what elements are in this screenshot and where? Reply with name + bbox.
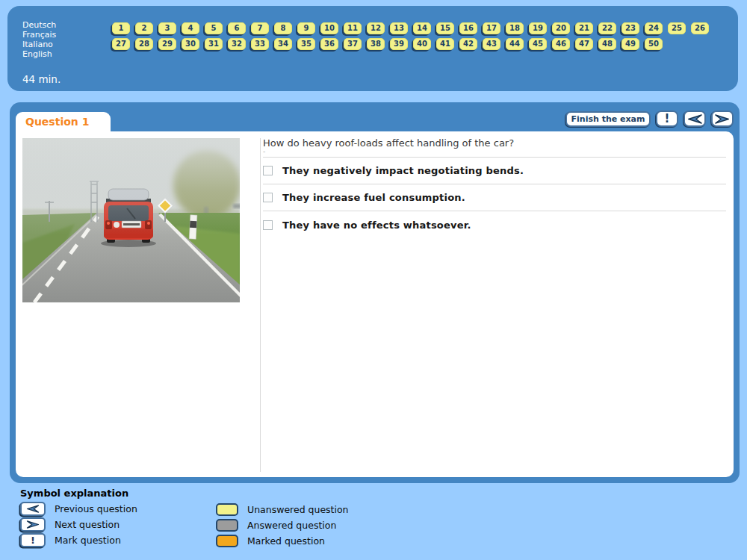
question-content: How do heavy roof-loads affect handling … [16,131,734,477]
question-tab: Question 1 [16,112,111,131]
question-number-38[interactable]: 38 [367,38,385,50]
next-arrow-icon [20,517,46,532]
answer-checkbox[interactable] [263,193,273,202]
column-divider [260,138,261,472]
question-number-5[interactable]: 5 [205,22,223,34]
legend-title: Symbol explanation [20,488,730,499]
panel-toolbar: Finish the exam ! [565,111,734,127]
language-italiano[interactable]: Italiano [22,40,56,49]
legend-label: Marked question [247,535,325,547]
question-number-6[interactable]: 6 [228,22,246,34]
question-header: How do heavy roof-loads affect handling … [263,131,726,158]
question-number-40[interactable]: 40 [413,38,431,50]
question-panel: Question 1 Finish the exam ! [10,102,740,483]
language-english[interactable]: English [22,49,56,59]
question-number-24[interactable]: 24 [645,22,663,34]
question-number-35[interactable]: 35 [297,38,315,50]
question-number-16[interactable]: 16 [459,22,477,34]
question-number-28[interactable]: 28 [135,38,153,50]
answer-checkbox[interactable] [263,220,273,230]
road-scene-illustration [22,138,240,302]
question-number-12[interactable]: 12 [367,22,385,34]
question-number-2[interactable]: 2 [135,22,153,34]
question-number-39[interactable]: 39 [390,38,408,50]
legend-buttons-column: Previous questionNext question!Mark ques… [20,502,137,549]
language-franais[interactable]: Français [22,30,56,40]
answer-checkbox[interactable] [263,166,273,175]
question-number-14[interactable]: 14 [413,22,431,34]
previous-question-button[interactable] [684,111,706,127]
question-number-25[interactable]: 25 [668,22,686,34]
question-number-49[interactable]: 49 [622,38,639,50]
exam-timer: 44 min. [22,73,61,85]
question-number-43[interactable]: 43 [483,38,500,50]
language-deutsch[interactable]: Deutsch [22,20,56,30]
question-number-1[interactable]: 1 [112,22,130,34]
question-number-22[interactable]: 22 [598,22,616,34]
question-text: How do heavy roof-loads affect handling … [263,137,726,149]
answer-list: They negatively impact negotiating bends… [263,158,726,238]
top-bar: DeutschFrançaisItalianoEnglish 123456789… [7,6,738,91]
question-number-9[interactable]: 9 [297,22,315,34]
finish-exam-button[interactable]: Finish the exam [565,111,651,127]
question-number-row-1: 1234567891011121314151617181920212223242… [112,22,709,34]
question-number-31[interactable]: 31 [205,38,223,50]
question-number-15[interactable]: 15 [436,22,454,34]
question-number-19[interactable]: 19 [529,22,547,34]
question-number-42[interactable]: 42 [459,38,477,50]
question-number-7[interactable]: 7 [251,22,269,34]
question-number-50[interactable]: 50 [645,38,663,50]
question-note: - [263,149,726,155]
question-area: How do heavy roof-loads affect handling … [263,131,726,238]
next-question-button[interactable] [711,111,734,127]
question-number-21[interactable]: 21 [575,22,593,34]
question-number-48[interactable]: 48 [598,38,616,50]
question-number-45[interactable]: 45 [529,38,547,50]
legend-label: Next question [55,519,120,530]
question-photo [22,138,240,302]
legend-item: Next question [20,517,137,532]
question-number-34[interactable]: 34 [274,38,292,50]
legend-label: Previous question [55,503,137,514]
question-number-18[interactable]: 18 [506,22,524,34]
previous-arrow-icon [20,502,46,516]
answer-label: They have no effects whatsoever. [282,220,471,231]
legend-item: Marked question [216,534,349,548]
question-number-20[interactable]: 20 [552,22,570,34]
question-number-11[interactable]: 11 [344,22,362,34]
status-swatch [216,535,238,547]
language-list: DeutschFrançaisItalianoEnglish [22,20,56,59]
question-number-13[interactable]: 13 [390,22,408,34]
question-number-30[interactable]: 30 [182,38,199,50]
question-number-37[interactable]: 37 [344,38,362,50]
question-number-4[interactable]: 4 [182,22,199,34]
question-number-grid: 1234567891011121314151617181920212223242… [112,22,709,54]
question-number-8[interactable]: 8 [274,22,292,34]
exclamation-icon: ! [20,533,46,547]
exclamation-icon: ! [665,113,670,125]
question-number-29[interactable]: 29 [158,38,176,50]
question-number-27[interactable]: 27 [112,38,130,50]
next-arrow-icon [714,113,731,125]
question-number-26[interactable]: 26 [691,22,709,34]
question-number-41[interactable]: 41 [436,38,454,50]
question-number-32[interactable]: 32 [228,38,246,50]
answer-label: They increase fuel consumption. [282,192,465,203]
status-swatch [216,503,238,516]
answer-label: They negatively impact negotiating bends… [282,165,524,176]
question-number-10[interactable]: 10 [320,22,338,34]
question-number-row-2: 2728293031323334353637383940414243444546… [112,38,709,50]
question-number-44[interactable]: 44 [506,38,524,50]
legend-item: Previous question [20,502,137,516]
question-number-17[interactable]: 17 [483,22,500,34]
mark-question-button[interactable]: ! [656,111,678,127]
answer-row: They negatively impact negotiating bends… [263,158,726,184]
question-number-47[interactable]: 47 [575,38,593,50]
question-number-3[interactable]: 3 [158,22,176,34]
question-number-33[interactable]: 33 [251,38,269,50]
answer-row: They increase fuel consumption. [263,184,726,211]
question-number-46[interactable]: 46 [552,38,570,50]
legend-label: Answered question [247,520,336,531]
question-number-23[interactable]: 23 [622,22,639,34]
question-number-36[interactable]: 36 [320,38,338,50]
